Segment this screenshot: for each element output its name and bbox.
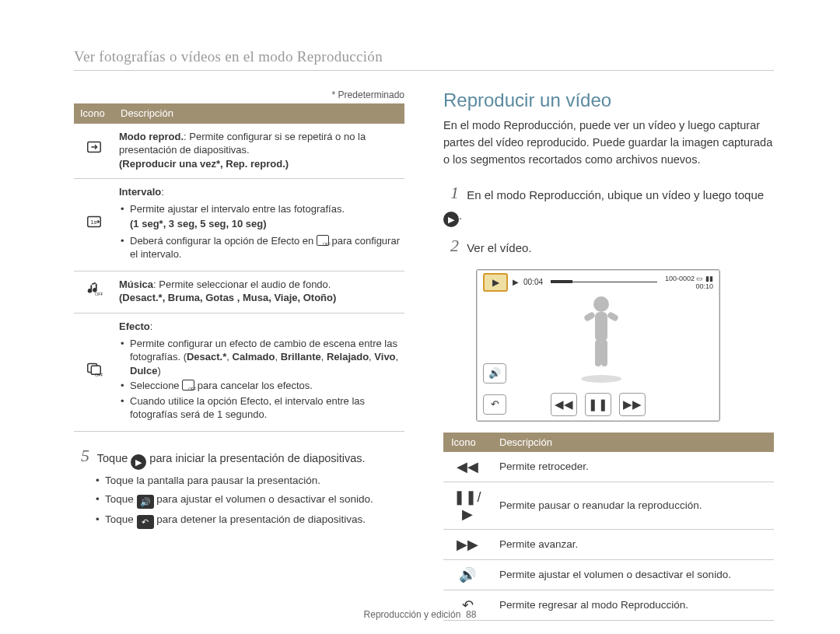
repeat-icon [74, 124, 114, 179]
back-icon: ↶ [137, 515, 154, 529]
volume-icon: 🔊 [137, 495, 154, 509]
row-text: : Permite seleccionar el audio de fondo. [153, 278, 331, 290]
step-number: 2 [443, 232, 459, 259]
row-bullet: Deberá configurar la opción de Efecto en… [119, 234, 400, 261]
step-1: 1 En el modo Reproducción, ubique un víd… [443, 179, 774, 227]
svg-rect-8 [595, 312, 607, 342]
table-row: ❚❚/▶ Permite pausar o reanudar la reprod… [443, 482, 774, 529]
svg-point-7 [593, 296, 609, 312]
table-desc: Permite retroceder. [492, 452, 774, 482]
table-row: ▶▶ Permite avanzar. [443, 529, 774, 559]
play-circle-icon: ▶ [131, 454, 146, 470]
step-5: 5 Toque ▶ para iniciar la presentación d… [74, 443, 404, 470]
section-heading: Reproducir un vídeo [443, 89, 774, 111]
row-bullet: Seleccione para cancelar los efectos. [119, 379, 400, 393]
row-title: Intervalo [119, 186, 161, 198]
svg-rect-11 [595, 340, 601, 366]
effect-off-icon [182, 380, 194, 391]
svg-text:1s: 1s [90, 218, 96, 225]
table-row: OFF Música: Permite seleccionar el audio… [74, 271, 404, 313]
table-header-desc: Descripción [114, 103, 404, 124]
table-desc: Permite pausar o reanudar la reproducció… [492, 482, 774, 529]
back-button[interactable]: ↶ [483, 394, 506, 415]
play-thumbnail-icon: ▶ [483, 273, 508, 292]
table-row: Modo reprod.: Permite configurar si se r… [74, 124, 404, 179]
hud-play-marker: ▶ [513, 278, 519, 286]
memory-icon: ▭ [696, 275, 703, 282]
svg-text:OFF: OFF [95, 373, 103, 377]
svg-rect-12 [601, 340, 607, 366]
step-number: 1 [443, 179, 459, 206]
svg-text:OFF: OFF [95, 292, 103, 296]
row-options: (Reproducir una vez*, Rep. reprod.) [119, 158, 289, 170]
row-options: (Desact.*, Bruma, Gotas , Musa, Viaje, O… [119, 292, 336, 303]
table-header-icon: Icono [443, 433, 492, 452]
row-options: (1 seg*, 3 seg, 5 seg, 10 seg) [119, 217, 400, 231]
svg-rect-10 [607, 311, 619, 322]
video-preview: ▶ ▶ 00:04 100-0002 ▭ ▮▮ 00:10 [476, 269, 720, 422]
table-desc: Permite ajustar el volumen o desactivar … [492, 559, 774, 590]
svg-rect-9 [583, 311, 596, 322]
step-sub-item: Toque 🔊 para ajustar el volumen o desact… [94, 492, 404, 509]
table-header-desc: Descripción [492, 433, 774, 452]
music-off-icon: OFF [74, 271, 114, 313]
table-header-icon: Icono [74, 103, 114, 124]
table-desc: Permite avanzar. [492, 529, 774, 559]
effect-off-icon [317, 235, 329, 246]
pause-button[interactable]: ❚❚ [585, 393, 611, 416]
row-bullet: Cuando utilice la opción Efecto, el inte… [119, 394, 400, 422]
table-row: 1s Intervalo: Permite ajustar el interva… [74, 179, 404, 271]
rewind-icon: ◀◀ [443, 452, 492, 482]
rewind-button[interactable]: ◀◀ [551, 393, 577, 416]
pause-play-icon: ❚❚/▶ [443, 482, 492, 529]
battery-icon: ▮▮ [705, 275, 713, 282]
step-number: 5 [74, 443, 89, 468]
hud-current-time: 00:04 [523, 278, 543, 286]
breadcrumb: Ver fotografías o vídeos en el modo Repr… [74, 48, 774, 71]
hud-file-number: 100-0002 [665, 275, 695, 282]
row-bullet: Permite configurar un efecto de cambio d… [119, 337, 400, 378]
row-bullet: Permite ajustar el intervalo entre las f… [119, 202, 400, 216]
table-row: OFF Efecto: Permite configurar un efecto… [74, 313, 404, 432]
volume-button[interactable]: 🔊 [483, 363, 506, 384]
effect-off-icon: OFF [74, 313, 114, 432]
play-circle-icon: ▶ [443, 212, 459, 227]
step-2: 2 Ver el vídeo. [443, 232, 774, 259]
forward-icon: ▶▶ [443, 529, 492, 559]
row-title: Modo reprod. [119, 131, 184, 142]
progress-bar [551, 282, 657, 283]
table-row: 🔊 Permite ajustar el volumen o desactiva… [443, 559, 774, 590]
row-title: Música [119, 278, 153, 290]
forward-button[interactable]: ▶▶ [619, 393, 646, 416]
default-note: * Predeterminado [74, 89, 404, 100]
step-sub-item: Toque la pantalla para pausar la present… [94, 473, 404, 489]
row-text: : [150, 321, 153, 332]
table-row: ◀◀ Permite retroceder. [443, 452, 774, 482]
row-title: Efecto [119, 321, 150, 332]
volume-icon: 🔊 [443, 559, 492, 590]
section-intro: En el modo Reproducción, puede ver un ví… [443, 117, 774, 168]
hud-total-time: 00:10 [665, 282, 713, 290]
slideshow-options-table: Icono Descripción Modo reprod.: Permite … [74, 103, 404, 432]
page-footer: Reproducción y edición 88 [0, 609, 840, 620]
interval-icon: 1s [74, 179, 114, 271]
step-sub-item: Toque ↶ para detener la presentación de … [94, 512, 404, 529]
video-figure [578, 293, 625, 387]
svg-point-13 [581, 375, 621, 383]
row-text: : [161, 186, 164, 198]
video-controls-table: Icono Descripción ◀◀ Permite retroceder.… [443, 433, 774, 621]
